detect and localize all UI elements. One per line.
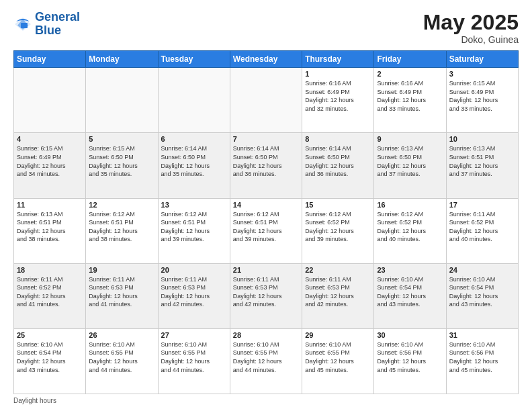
calendar-week-row: 11Sunrise: 6:13 AM Sunset: 6:51 PM Dayli… — [14, 198, 519, 263]
calendar-cell: 13Sunrise: 6:12 AM Sunset: 6:51 PM Dayli… — [158, 198, 230, 263]
logo-line2: Blue — [35, 24, 80, 38]
day-header-sunday: Sunday — [14, 51, 86, 68]
day-number: 29 — [305, 331, 371, 339]
day-info: Sunrise: 6:11 AM Sunset: 6:53 PM Dayligh… — [89, 275, 154, 309]
calendar-cell: 23Sunrise: 6:10 AM Sunset: 6:54 PM Dayli… — [374, 263, 446, 328]
day-info: Sunrise: 6:10 AM Sunset: 6:55 PM Dayligh… — [89, 340, 154, 374]
day-number: 9 — [377, 135, 443, 143]
day-info: Sunrise: 6:15 AM Sunset: 6:49 PM Dayligh… — [449, 79, 515, 113]
day-number: 12 — [89, 201, 154, 209]
calendar-cell: 26Sunrise: 6:10 AM Sunset: 6:55 PM Dayli… — [86, 328, 158, 394]
calendar-cell: 27Sunrise: 6:10 AM Sunset: 6:55 PM Dayli… — [158, 328, 230, 394]
day-number: 13 — [161, 201, 227, 209]
day-info: Sunrise: 6:11 AM Sunset: 6:53 PM Dayligh… — [161, 275, 227, 309]
day-number: 15 — [305, 201, 371, 209]
calendar-cell — [158, 68, 230, 133]
month-title: May 2025 — [423, 11, 519, 34]
day-number: 21 — [233, 266, 299, 274]
day-info: Sunrise: 6:10 AM Sunset: 6:56 PM Dayligh… — [449, 340, 515, 374]
day-info: Sunrise: 6:10 AM Sunset: 6:55 PM Dayligh… — [233, 340, 299, 374]
day-number: 11 — [17, 201, 83, 209]
day-number: 22 — [305, 266, 371, 274]
logo-icon — [13, 15, 32, 34]
calendar-cell: 9Sunrise: 6:13 AM Sunset: 6:50 PM Daylig… — [374, 133, 446, 198]
day-info: Sunrise: 6:14 AM Sunset: 6:50 PM Dayligh… — [233, 144, 299, 178]
day-info: Sunrise: 6:13 AM Sunset: 6:50 PM Dayligh… — [377, 144, 443, 178]
header: General Blue May 2025 Doko, Guinea — [13, 11, 519, 45]
calendar-cell — [230, 68, 302, 133]
calendar-cell: 5Sunrise: 6:15 AM Sunset: 6:50 PM Daylig… — [86, 133, 158, 198]
day-info: Sunrise: 6:12 AM Sunset: 6:52 PM Dayligh… — [377, 210, 443, 244]
day-number: 23 — [377, 266, 443, 274]
day-info: Sunrise: 6:11 AM Sunset: 6:53 PM Dayligh… — [305, 275, 371, 309]
calendar-cell — [14, 68, 86, 133]
calendar-cell: 15Sunrise: 6:12 AM Sunset: 6:52 PM Dayli… — [302, 198, 374, 263]
day-info: Sunrise: 6:13 AM Sunset: 6:51 PM Dayligh… — [17, 210, 83, 244]
calendar-week-row: 1Sunrise: 6:16 AM Sunset: 6:49 PM Daylig… — [14, 68, 519, 133]
logo: General Blue — [13, 11, 80, 38]
logo-line1: General — [35, 11, 80, 24]
calendar-cell: 25Sunrise: 6:10 AM Sunset: 6:54 PM Dayli… — [14, 328, 86, 394]
day-header-monday: Monday — [86, 51, 158, 68]
calendar-cell: 8Sunrise: 6:14 AM Sunset: 6:50 PM Daylig… — [302, 133, 374, 198]
calendar-week-row: 18Sunrise: 6:11 AM Sunset: 6:52 PM Dayli… — [14, 263, 519, 328]
location: Doko, Guinea — [423, 34, 519, 45]
day-header-thursday: Thursday — [302, 51, 374, 68]
day-header-saturday: Saturday — [446, 51, 518, 68]
day-number: 24 — [449, 266, 515, 274]
day-number: 18 — [17, 266, 83, 274]
day-number: 25 — [17, 331, 83, 339]
day-info: Sunrise: 6:16 AM Sunset: 6:49 PM Dayligh… — [305, 79, 371, 113]
calendar-cell: 7Sunrise: 6:14 AM Sunset: 6:50 PM Daylig… — [230, 133, 302, 198]
day-info: Sunrise: 6:10 AM Sunset: 6:55 PM Dayligh… — [305, 340, 371, 374]
calendar-cell: 1Sunrise: 6:16 AM Sunset: 6:49 PM Daylig… — [302, 68, 374, 133]
calendar-cell: 28Sunrise: 6:10 AM Sunset: 6:55 PM Dayli… — [230, 328, 302, 394]
day-info: Sunrise: 6:12 AM Sunset: 6:51 PM Dayligh… — [161, 210, 227, 244]
calendar-cell: 31Sunrise: 6:10 AM Sunset: 6:56 PM Dayli… — [446, 328, 518, 394]
calendar-cell: 10Sunrise: 6:13 AM Sunset: 6:51 PM Dayli… — [446, 133, 518, 198]
calendar-cell: 30Sunrise: 6:10 AM Sunset: 6:56 PM Dayli… — [374, 328, 446, 394]
day-info: Sunrise: 6:12 AM Sunset: 6:52 PM Dayligh… — [305, 210, 371, 244]
day-info: Sunrise: 6:10 AM Sunset: 6:56 PM Dayligh… — [377, 340, 443, 374]
day-info: Sunrise: 6:10 AM Sunset: 6:54 PM Dayligh… — [449, 275, 515, 309]
day-info: Sunrise: 6:10 AM Sunset: 6:55 PM Dayligh… — [161, 340, 227, 374]
day-info: Sunrise: 6:16 AM Sunset: 6:49 PM Dayligh… — [377, 79, 443, 113]
day-number: 31 — [449, 331, 515, 339]
day-info: Sunrise: 6:11 AM Sunset: 6:52 PM Dayligh… — [449, 210, 515, 244]
day-info: Sunrise: 6:14 AM Sunset: 6:50 PM Dayligh… — [161, 144, 227, 178]
svg-rect-2 — [21, 23, 28, 28]
calendar-cell: 2Sunrise: 6:16 AM Sunset: 6:49 PM Daylig… — [374, 68, 446, 133]
title-block: May 2025 Doko, Guinea — [423, 11, 519, 45]
calendar-cell: 6Sunrise: 6:14 AM Sunset: 6:50 PM Daylig… — [158, 133, 230, 198]
calendar-week-row: 4Sunrise: 6:15 AM Sunset: 6:49 PM Daylig… — [14, 133, 519, 198]
day-number: 6 — [161, 135, 227, 143]
day-header-friday: Friday — [374, 51, 446, 68]
day-info: Sunrise: 6:15 AM Sunset: 6:49 PM Dayligh… — [17, 144, 83, 178]
day-info: Sunrise: 6:10 AM Sunset: 6:54 PM Dayligh… — [377, 275, 443, 309]
calendar-week-row: 25Sunrise: 6:10 AM Sunset: 6:54 PM Dayli… — [14, 328, 519, 394]
calendar-cell: 19Sunrise: 6:11 AM Sunset: 6:53 PM Dayli… — [86, 263, 158, 328]
calendar-cell: 4Sunrise: 6:15 AM Sunset: 6:49 PM Daylig… — [14, 133, 86, 198]
day-info: Sunrise: 6:13 AM Sunset: 6:51 PM Dayligh… — [449, 144, 515, 178]
day-number: 5 — [89, 135, 154, 143]
page: General Blue May 2025 Doko, Guinea Sunda… — [0, 0, 532, 411]
day-info: Sunrise: 6:12 AM Sunset: 6:51 PM Dayligh… — [89, 210, 154, 244]
day-number: 16 — [377, 201, 443, 209]
calendar-cell: 3Sunrise: 6:15 AM Sunset: 6:49 PM Daylig… — [446, 68, 518, 133]
day-number: 14 — [233, 201, 299, 209]
daylight-hours-label: Daylight hours — [13, 397, 56, 404]
calendar-cell: 29Sunrise: 6:10 AM Sunset: 6:55 PM Dayli… — [302, 328, 374, 394]
calendar-header-row: SundayMondayTuesdayWednesdayThursdayFrid… — [14, 51, 519, 68]
day-number: 2 — [377, 70, 443, 78]
day-header-tuesday: Tuesday — [158, 51, 230, 68]
day-info: Sunrise: 6:10 AM Sunset: 6:54 PM Dayligh… — [17, 340, 83, 374]
calendar-cell: 16Sunrise: 6:12 AM Sunset: 6:52 PM Dayli… — [374, 198, 446, 263]
day-info: Sunrise: 6:14 AM Sunset: 6:50 PM Dayligh… — [305, 144, 371, 178]
day-number: 26 — [89, 331, 154, 339]
calendar-cell — [86, 68, 158, 133]
day-number: 1 — [305, 70, 371, 78]
day-info: Sunrise: 6:15 AM Sunset: 6:50 PM Dayligh… — [89, 144, 154, 178]
calendar-cell: 22Sunrise: 6:11 AM Sunset: 6:53 PM Dayli… — [302, 263, 374, 328]
calendar-cell: 24Sunrise: 6:10 AM Sunset: 6:54 PM Dayli… — [446, 263, 518, 328]
day-info: Sunrise: 6:11 AM Sunset: 6:53 PM Dayligh… — [233, 275, 299, 309]
